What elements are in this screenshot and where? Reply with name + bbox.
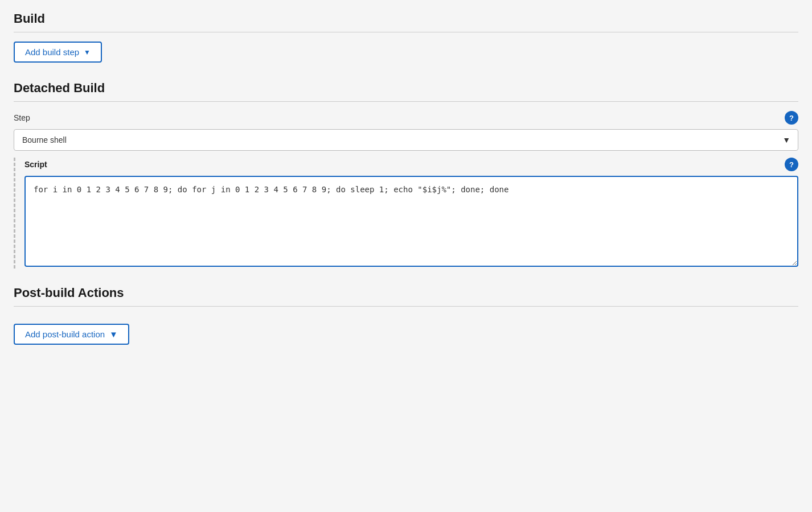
add-post-build-chevron: ▼	[109, 329, 118, 339]
step-select-wrapper: Bourne shell Windows Batch Command Power…	[14, 129, 798, 151]
step-field-row: Step ?	[14, 111, 798, 125]
add-build-step-chevron: ▼	[84, 48, 91, 56]
build-divider	[14, 32, 798, 32]
add-post-build-label: Add post-build action	[25, 329, 105, 339]
add-build-step-label: Add build step	[25, 47, 79, 57]
build-title: Build	[14, 11, 798, 26]
script-textarea[interactable]	[24, 176, 798, 267]
page-container: Build Add build step ▼ Detached Build St…	[0, 0, 812, 512]
step-help-icon[interactable]: ?	[785, 111, 798, 125]
build-section: Build Add build step ▼	[14, 11, 798, 76]
script-section: Script ?	[14, 158, 798, 269]
step-select[interactable]: Bourne shell Windows Batch Command Power…	[14, 129, 798, 151]
detached-build-section: Detached Build Step ? Bourne shell Windo…	[14, 81, 798, 269]
script-help-icon[interactable]: ?	[785, 158, 798, 171]
post-build-divider	[14, 306, 798, 307]
post-build-section: Post-build Actions Add post-build action…	[14, 286, 798, 345]
step-label: Step	[14, 113, 30, 122]
add-build-step-button[interactable]: Add build step ▼	[14, 42, 102, 63]
add-post-build-button[interactable]: Add post-build action ▼	[14, 324, 129, 345]
detached-build-title: Detached Build	[14, 81, 798, 96]
script-label: Script	[24, 160, 47, 169]
post-build-title: Post-build Actions	[14, 286, 798, 300]
detached-build-divider	[14, 101, 798, 102]
script-header-row: Script ?	[24, 158, 798, 171]
